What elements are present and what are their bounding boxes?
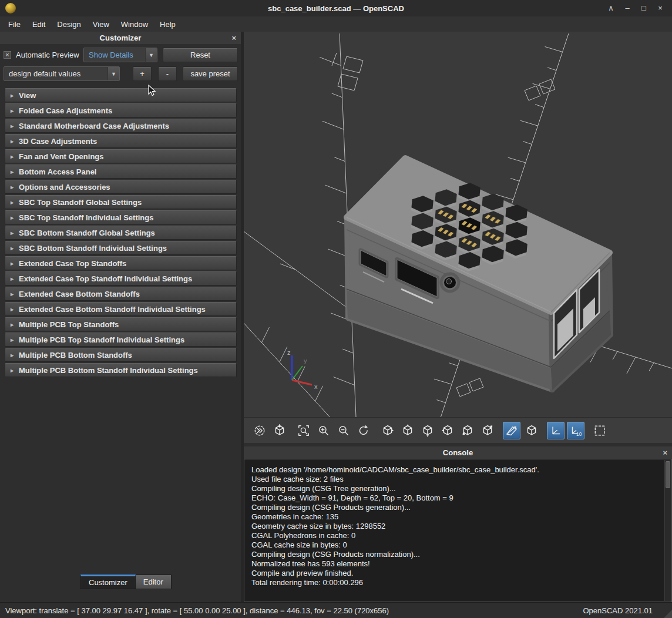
chevron-right-icon: ▸ bbox=[11, 199, 14, 206]
console-line: Total rendering time: 0:00:00.296 bbox=[251, 578, 664, 587]
section-label: Extended Case Bottom Standoffs bbox=[19, 290, 140, 298]
preset-dropdown[interactable]: design default values ▼ bbox=[4, 66, 120, 81]
section-extended-case-top-standoffs[interactable]: ▸Extended Case Top Standoffs bbox=[5, 256, 237, 270]
console-title: Console bbox=[443, 448, 473, 457]
chevron-right-icon: ▸ bbox=[11, 352, 14, 358]
tab-customizer[interactable]: Customizer bbox=[80, 575, 136, 589]
details-dropdown[interactable]: Show Details ▼ bbox=[83, 48, 157, 62]
section-sbc-bottom-standoff-individual-settings[interactable]: ▸SBC Bottom Standoff Individual Settings bbox=[5, 241, 237, 255]
chevron-right-icon: ▸ bbox=[11, 321, 14, 328]
section-bottom-access-panel[interactable]: ▸Bottom Access Panel bbox=[5, 164, 237, 179]
chevron-down-icon[interactable]: ▼ bbox=[107, 67, 119, 80]
section-standard-motherboard-case-adjustments[interactable]: ▸Standard Motherboard Case Adjustments bbox=[5, 119, 237, 133]
view-all-icon[interactable] bbox=[295, 422, 313, 439]
reset-button[interactable]: Reset bbox=[163, 48, 238, 62]
section-label: Multiple PCB Top Standoffs bbox=[19, 320, 119, 329]
chevron-down-icon[interactable]: ▼ bbox=[145, 48, 157, 62]
section-multiple-pcb-top-standoff-individual-settings[interactable]: ▸Multiple PCB Top Standoff Individual Se… bbox=[5, 332, 237, 347]
section-label: SBC Top Standoff Individual Settings bbox=[19, 213, 153, 222]
viewport-status-text: Viewport: translate = [ 37.00 29.97 16.4… bbox=[5, 606, 389, 615]
console-line: Geometry cache size in bytes: 1298552 bbox=[251, 522, 664, 531]
y-axis-label: y bbox=[304, 357, 307, 364]
close-window-icon[interactable]: × bbox=[653, 2, 667, 15]
customizer-controls-row1: × Automatic Preview Show Details ▼ Reset bbox=[0, 44, 241, 63]
console-scrollbar-thumb[interactable] bbox=[666, 461, 670, 488]
show-axes-icon[interactable] bbox=[547, 422, 565, 439]
section-label: Multiple PCB Bottom Standoffs bbox=[19, 351, 132, 360]
3d-viewport[interactable]: z y x bbox=[244, 32, 672, 417]
section-options-and-accessories[interactable]: ▸Options and Accessories bbox=[5, 180, 237, 194]
reset-view-icon[interactable] bbox=[355, 422, 372, 439]
section-label: SBC Bottom Standoff Individual Settings bbox=[19, 244, 167, 253]
automatic-preview-checkbox[interactable]: × bbox=[4, 51, 11, 59]
remove-preset-button[interactable]: - bbox=[158, 66, 177, 81]
close-icon[interactable]: × bbox=[663, 446, 667, 459]
console-scrollbar[interactable] bbox=[664, 460, 671, 601]
section-extended-case-bottom-standoff-individual-settings[interactable]: ▸Extended Case Bottom Standoff Individua… bbox=[5, 302, 237, 316]
menu-window[interactable]: Window bbox=[115, 18, 154, 31]
section-sbc-top-standoff-individual-settings[interactable]: ▸SBC Top Standoff Individual Settings bbox=[5, 210, 237, 224]
section-extended-case-top-standoff-individual-settings[interactable]: ▸Extended Case Top Standoff Individual S… bbox=[5, 271, 237, 286]
chevron-right-icon: ▸ bbox=[11, 153, 14, 160]
status-bar: Viewport: translate = [ 37.00 29.97 16.4… bbox=[0, 602, 672, 618]
animate-icon[interactable] bbox=[251, 422, 268, 439]
console-line: Compiling design (CSG Products generatio… bbox=[251, 503, 664, 512]
console-log[interactable]: Loaded design '/home/hominoid/CADCAM/sbc… bbox=[244, 459, 672, 602]
viewport-toolbar: 10 bbox=[244, 417, 672, 443]
section-label: SBC Bottom Standoff Global Settings bbox=[19, 229, 155, 237]
orthogonal-view-icon[interactable] bbox=[523, 422, 540, 439]
section-fan-and-vent-openings[interactable]: ▸Fan and Vent Openings bbox=[5, 149, 237, 163]
customizer-title: Customizer bbox=[100, 33, 142, 42]
menu-file[interactable]: File bbox=[2, 18, 26, 31]
show-scale-markers-icon[interactable]: 10 bbox=[567, 422, 584, 439]
close-icon[interactable]: × bbox=[231, 32, 236, 44]
menu-design[interactable]: Design bbox=[51, 18, 86, 31]
minimize-window-icon[interactable]: – bbox=[620, 2, 634, 15]
left-view-icon[interactable] bbox=[439, 422, 456, 439]
chevron-right-icon: ▸ bbox=[11, 214, 14, 221]
section-label: Standard Motherboard Case Adjustments bbox=[19, 122, 169, 130]
diagonal-view-icon[interactable] bbox=[271, 422, 288, 439]
front-view-icon[interactable] bbox=[459, 422, 476, 439]
shade-window-icon[interactable]: ∧ bbox=[604, 2, 618, 15]
top-view-icon[interactable] bbox=[399, 422, 416, 439]
menu-edit[interactable]: Edit bbox=[26, 18, 51, 31]
zoom-out-icon[interactable] bbox=[335, 422, 352, 439]
openscad-window: sbc_case_builder.scad — OpenSCAD ∧–□× Fi… bbox=[0, 0, 672, 618]
section-label: Bottom Access Panel bbox=[19, 167, 96, 176]
chevron-right-icon: ▸ bbox=[11, 337, 14, 343]
section-folded-case-adjustments[interactable]: ▸Folded Case Adjustments bbox=[5, 103, 237, 117]
right-view-icon[interactable] bbox=[379, 422, 397, 439]
resize-grip[interactable] bbox=[664, 610, 672, 618]
section-view[interactable]: ▸View bbox=[5, 88, 237, 102]
chevron-right-icon: ▸ bbox=[11, 230, 14, 236]
console-line: Used file cache size: 2 files bbox=[251, 475, 664, 484]
view-all-bbox-icon[interactable] bbox=[591, 422, 609, 439]
section-label: Multiple PCB Top Standoff Individual Set… bbox=[19, 335, 184, 344]
panel-tabs: CustomizerEditor bbox=[80, 575, 241, 589]
section-label: Options and Accessories bbox=[19, 183, 110, 192]
zoom-in-icon[interactable] bbox=[315, 422, 332, 439]
section-sbc-top-standoff-global-settings[interactable]: ▸SBC Top Standoff Global Settings bbox=[5, 195, 237, 209]
console-line: Compiling design (CSG Products normaliza… bbox=[251, 550, 664, 559]
menu-help[interactable]: Help bbox=[154, 18, 182, 31]
bottom-view-icon[interactable] bbox=[419, 422, 436, 439]
menu-view[interactable]: View bbox=[87, 18, 115, 31]
tab-editor[interactable]: Editor bbox=[136, 575, 172, 589]
save-preset-button[interactable]: save preset bbox=[183, 66, 238, 81]
chevron-right-icon: ▸ bbox=[11, 169, 14, 175]
add-preset-button[interactable]: + bbox=[133, 66, 152, 81]
maximize-window-icon[interactable]: □ bbox=[637, 2, 651, 15]
section-multiple-pcb-bottom-standoffs[interactable]: ▸Multiple PCB Bottom Standoffs bbox=[5, 348, 237, 362]
section-extended-case-bottom-standoffs[interactable]: ▸Extended Case Bottom Standoffs bbox=[5, 287, 237, 301]
back-view-icon[interactable] bbox=[479, 422, 496, 439]
section-multiple-pcb-bottom-standoff-individual-settings[interactable]: ▸Multiple PCB Bottom Standoff Individual… bbox=[5, 363, 237, 377]
section-multiple-pcb-top-standoffs[interactable]: ▸Multiple PCB Top Standoffs bbox=[5, 317, 237, 331]
version-text: OpenSCAD 2021.01 bbox=[583, 606, 653, 615]
console-line: ECHO: Case_Width = 91, Depth = 62, Top =… bbox=[251, 493, 664, 503]
x-axis-label: x bbox=[314, 383, 318, 390]
perspective-view-icon[interactable] bbox=[503, 422, 520, 439]
chevron-right-icon: ▸ bbox=[11, 245, 14, 251]
section-3d-case-adjustments[interactable]: ▸3D Case Adjustments bbox=[5, 134, 237, 148]
section-sbc-bottom-standoff-global-settings[interactable]: ▸SBC Bottom Standoff Global Settings bbox=[5, 226, 237, 240]
